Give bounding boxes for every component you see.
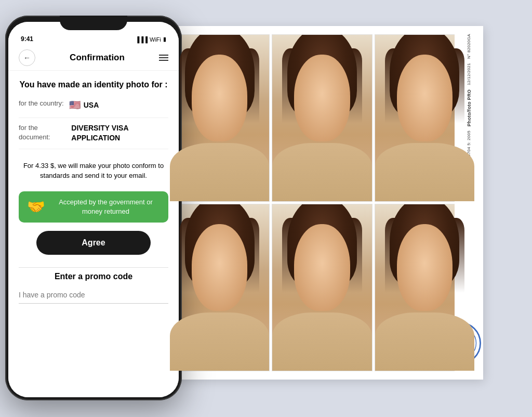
menu-line-1 (159, 55, 168, 56)
price-text: For 4.33 $, we will make your photo conf… (19, 161, 168, 181)
phone-notch (60, 16, 127, 30)
usa-flag-icon: 🇺🇸 (69, 99, 81, 112)
agree-button[interactable]: Agree (36, 231, 151, 255)
photo-cell-2 (272, 34, 372, 202)
back-button[interactable]: ← (19, 49, 35, 66)
country-label: for the country: (19, 99, 64, 108)
status-icons: ▐▐▐ WiFi ▮ (136, 36, 166, 43)
photo-date: 12/12/2021 (467, 63, 471, 85)
handshake-icon: 🤝 (27, 198, 45, 215)
photo-cell-5 (272, 204, 372, 371)
photo-cell-1 (169, 34, 270, 202)
status-time: 9:41 (21, 35, 33, 43)
country-value: 🇺🇸 USA (69, 99, 99, 112)
photo-number: N° 82020GA (467, 34, 471, 59)
photo-cell-4 (169, 204, 270, 371)
divider (19, 267, 168, 268)
battery-icon: ▮ (163, 36, 166, 43)
identity-title: You have made an identity photo for : (19, 79, 168, 90)
nav-title: Confirmation (70, 53, 125, 63)
photo-cell-3 (375, 34, 475, 202)
scene: N° 82020GA 12/12/2021 Photo/foto PRO ISO… (0, 0, 532, 417)
guarantee-banner: 🤝 Accepted by the government or money re… (19, 191, 168, 223)
screen-content: You have made an identity photo for : fo… (8, 71, 179, 397)
photo-sheet: N° 82020GA 12/12/2021 Photo/foto PRO ISO… (161, 26, 483, 380)
nav-bar: ← Confirmation (8, 45, 179, 71)
document-row: for the document: DIVERSITY VISA APPLICA… (19, 123, 168, 149)
country-name: USA (84, 100, 99, 111)
promo-input[interactable] (19, 286, 168, 304)
wifi-icon: WiFi (150, 36, 161, 43)
document-value: DIVERSITY VISA APPLICATION (71, 123, 168, 144)
photo-brand: Photo/foto PRO (467, 89, 472, 126)
menu-line-2 (159, 57, 168, 58)
menu-button[interactable] (159, 55, 168, 61)
phone-screen: 9:41 ▐▐▐ WiFi ▮ ← Confirmation Y (8, 22, 179, 397)
promo-title: Enter a promo code (19, 272, 168, 281)
phone: 9:41 ▐▐▐ WiFi ▮ ← Confirmation Y (5, 16, 182, 400)
country-row: for the country: 🇺🇸 USA (19, 99, 168, 118)
document-label: for the document: (19, 123, 66, 142)
guarantee-text: Accepted by the government or money retu… (51, 198, 160, 216)
photo-sheet-wrapper: N° 82020GA 12/12/2021 Photo/foto PRO ISO… (161, 26, 525, 390)
signal-icon: ▐▐▐ (136, 36, 148, 43)
menu-line-3 (159, 60, 168, 61)
photo-cell-6 (375, 204, 475, 371)
